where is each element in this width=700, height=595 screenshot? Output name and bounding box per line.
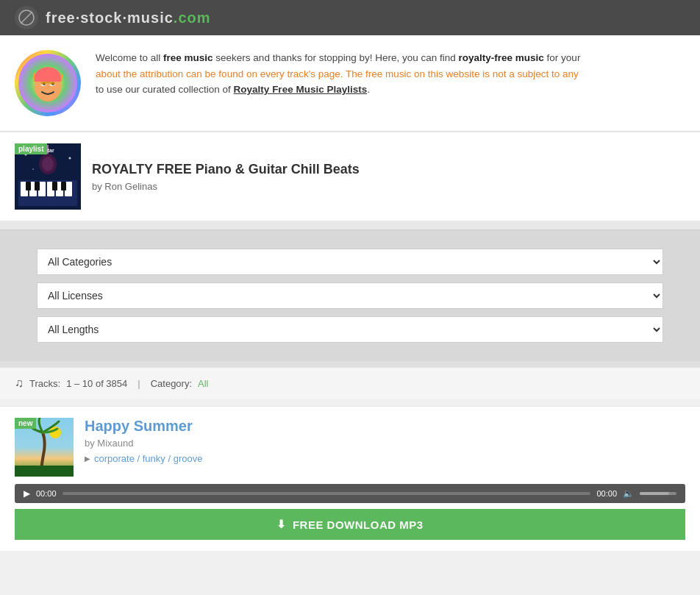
filter-section: All Categories Corporate Electronic Ambi… [0, 229, 700, 361]
welcome-text: Welcome to all free music seekers and th… [96, 50, 685, 98]
svg-rect-20 [35, 182, 40, 190]
filter-bottom-gap [0, 361, 700, 367]
licenses-select[interactable]: All Licenses Creative Commons Royalty Fr… [37, 282, 663, 309]
playlist-title: ROYALTY FREE Piano & Guitar Chill Beats [92, 162, 685, 177]
progress-bar[interactable] [63, 492, 591, 495]
playlist-info: ROYALTY FREE Piano & Guitar Chill Beats … [92, 162, 685, 192]
categories-select[interactable]: All Categories Corporate Electronic Ambi… [37, 249, 663, 275]
svg-rect-32 [15, 466, 74, 477]
svg-rect-19 [26, 182, 31, 190]
audio-player: ▶ 00:00 00:00 🔈 [15, 484, 685, 503]
section-divider [0, 221, 700, 229]
play-triangle-icon: ▶ [85, 455, 90, 463]
attribution-text: about the attribution can be found on ev… [96, 68, 579, 79]
volume-fill [640, 492, 669, 495]
playlist-badge: playlist [15, 143, 47, 154]
track-author: by Mixaund [85, 438, 685, 449]
track-thumbnail-container: new [15, 418, 74, 477]
new-badge: new [15, 418, 36, 429]
download-icon: ⬇ [276, 518, 287, 531]
track-card: new [0, 406, 700, 551]
logo-com: .com [174, 10, 211, 26]
playlist-thumbnail: playlist [15, 143, 81, 210]
svg-point-24 [42, 157, 54, 171]
track-tags: ▶ corporate / funky / groove [85, 453, 685, 464]
track-tag-list[interactable]: corporate / funky / groove [94, 453, 202, 464]
tracks-range: 1 – 10 of 3854 [66, 378, 127, 389]
playlist-section[interactable]: playlist [0, 132, 700, 221]
download-label: FREE DOWNLOAD MP3 [293, 519, 424, 531]
free-music-bold: free music [163, 52, 213, 63]
svg-point-28 [32, 168, 34, 170]
tracks-info-bar: ♫ Tracks: 1 – 10 of 3854 | Category: All [0, 367, 700, 399]
svg-line-1 [21, 12, 32, 24]
track-title[interactable]: Happy Summer [85, 418, 685, 435]
logo-wordmark: free·stock·music [46, 10, 174, 26]
volume-bar[interactable] [640, 492, 676, 495]
logo-icon [15, 6, 38, 29]
logo-text: free·stock·music.com [46, 10, 211, 26]
site-header: free·stock·music.com [0, 0, 700, 35]
welcome-section: Welcome to all free music seekers and th… [0, 35, 700, 132]
period: . [367, 84, 370, 95]
download-button[interactable]: ⬇ FREE DOWNLOAD MP3 [15, 509, 685, 540]
tracks-top-gap [0, 399, 700, 406]
category-all-link[interactable]: All [198, 378, 208, 389]
svg-rect-21 [52, 182, 57, 190]
music-note-icon: ♫ [15, 377, 24, 390]
time-start: 00:00 [36, 489, 57, 498]
royalty-free-bold: royalty-free music [459, 52, 544, 63]
play-button[interactable]: ▶ [24, 488, 30, 499]
separator: | [138, 378, 140, 389]
playlist-author: by Ron Gelinas [92, 181, 685, 192]
volume-icon[interactable]: 🔈 [623, 488, 634, 499]
track-info: Happy Summer by Mixaund ▶ corporate / fu… [85, 418, 685, 477]
lengths-select[interactable]: All Lengths Short (< 1 min) Medium (1-3 … [37, 316, 663, 343]
track-card-inner: new [15, 418, 685, 477]
category-label: Category: [151, 378, 192, 389]
playlists-link[interactable]: Royalty Free Music Playlists [234, 84, 368, 95]
tracks-label: Tracks: [29, 378, 60, 389]
svg-rect-22 [61, 182, 66, 190]
avatar [15, 50, 81, 116]
time-end: 00:00 [596, 489, 617, 498]
logo[interactable]: free·stock·music.com [15, 6, 211, 29]
svg-point-27 [69, 157, 71, 160]
